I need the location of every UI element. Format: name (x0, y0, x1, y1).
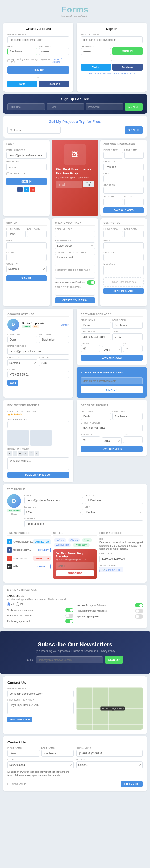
try-button[interactable]: SIGN UP (125, 126, 143, 134)
task-name-input[interactable] (55, 230, 95, 238)
ship-country-input[interactable] (103, 163, 144, 170)
g-icon[interactable]: g (30, 187, 35, 192)
toggle-2[interactable] (66, 614, 73, 618)
contact-send-btn[interactable]: SEND MESSAGE (103, 288, 144, 294)
signup2-phone-input[interactable] (6, 254, 47, 261)
upload-zone[interactable]: Upload User Image here (103, 278, 144, 286)
digest-all-radio[interactable] (7, 602, 10, 606)
tw-icon[interactable]: t (24, 187, 29, 192)
newsletter-email-input[interactable] (56, 181, 82, 188)
subscribe-email-input[interactable] (81, 377, 143, 384)
signup2-first-input[interactable] (6, 230, 26, 238)
ship-last-input[interactable] (124, 152, 144, 159)
signup2-last-input[interactable] (27, 230, 46, 238)
task-instructions-input[interactable] (55, 272, 95, 279)
italic-btn[interactable]: I (13, 451, 17, 456)
facebook-signup-button[interactable]: Facebook (39, 81, 69, 88)
contact-subject-input[interactable] (103, 254, 144, 261)
toggle-4[interactable] (135, 603, 143, 608)
state-input[interactable] (7, 421, 69, 428)
profile-loc2-select[interactable]: Portland (84, 508, 143, 516)
card-year-select[interactable]: 2018 (102, 346, 121, 353)
toggle-6[interactable] (135, 614, 143, 619)
ship-phone-input[interactable] (124, 198, 144, 206)
profile-website-input[interactable] (24, 520, 143, 527)
align-left-btn[interactable]: ≡ (23, 451, 28, 456)
bold-btn[interactable]: B (7, 451, 12, 456)
newsletter-submit-btn[interactable]: SIGN UP (83, 181, 94, 187)
signup-name-input[interactable] (7, 103, 45, 110)
c2-design-select[interactable]: Select... (76, 762, 143, 768)
digest-off-radio[interactable] (16, 602, 19, 606)
signup-password-input[interactable] (85, 103, 123, 110)
star-rating[interactable]: ★★★★☆ (7, 413, 69, 416)
c2-first-input[interactable] (7, 750, 40, 757)
ord-year-select[interactable]: 2018 (102, 437, 121, 444)
twitter-signin-button[interactable]: Twitter (81, 64, 111, 70)
terms-link[interactable]: Terms of Service (52, 58, 69, 63)
card-cvv-input[interactable] (123, 345, 143, 352)
acct-addr-input[interactable] (39, 360, 69, 366)
nl-dark-btn[interactable]: SIGN UP (105, 656, 123, 664)
publish-btn[interactable]: PUBLISH A PRODUCT (7, 472, 69, 478)
try-input[interactable] (7, 127, 60, 133)
ord-order-input[interactable] (81, 425, 143, 432)
nl-dark-email-input[interactable] (36, 656, 103, 663)
mini-nl-btn[interactable]: SUBSCRIBE (56, 570, 94, 576)
contact-send-btn2[interactable]: SEND MESSAGE (7, 717, 32, 722)
card-last-input[interactable] (112, 322, 143, 329)
profile-loc1-select[interactable]: USA (24, 508, 83, 516)
login-button[interactable]: SIGN IN (6, 178, 47, 185)
profile-email-input[interactable] (24, 497, 83, 504)
review-textarea[interactable] (7, 458, 69, 470)
c2-from-select[interactable]: New Zealand (7, 762, 74, 768)
name-input[interactable] (7, 48, 38, 55)
contact-email-input2[interactable] (7, 690, 74, 697)
card-number-input[interactable] (81, 333, 111, 340)
signin-pass-input[interactable] (81, 48, 111, 55)
mini-nl-input[interactable] (56, 562, 94, 569)
c2-last-input[interactable] (42, 750, 74, 757)
create-task-btn[interactable]: CREATE YOUR TASK (55, 298, 95, 303)
task-assign-select[interactable]: Select person (55, 242, 95, 249)
signup-email-input[interactable] (47, 103, 84, 110)
twitter-connect-btn[interactable]: CONNECTED (33, 539, 51, 544)
signup-link[interactable]: Don't have an account? SIGN UP FOR FREE (81, 72, 143, 75)
contact-message-textarea2[interactable] (7, 702, 74, 714)
c2-send-btn[interactable]: SEND MY FILE (121, 781, 143, 787)
card-type-input[interactable] (112, 333, 143, 340)
signup2-btn[interactable]: SIGN UP (6, 275, 47, 281)
agree-checkbox[interactable] (7, 59, 10, 62)
acct-save-btn[interactable]: SAVE (7, 380, 18, 385)
align-right-btn[interactable]: ≡ (34, 451, 39, 456)
card-first-input[interactable] (81, 322, 111, 329)
remember-checkbox[interactable] (6, 172, 9, 175)
signin-email-input[interactable] (81, 36, 143, 43)
contact-message-textarea[interactable] (103, 266, 144, 275)
google-connect-btn[interactable]: CONNECTED (33, 556, 51, 561)
toggle-5[interactable] (135, 609, 143, 613)
ship-first-input[interactable] (103, 152, 123, 159)
ord-last-input[interactable] (112, 413, 143, 420)
password-input[interactable] (39, 48, 69, 55)
task-desc-textarea[interactable] (55, 254, 95, 266)
task-priority-input[interactable] (55, 289, 95, 296)
email-input[interactable] (7, 36, 69, 43)
acct-first-input[interactable] (7, 336, 38, 343)
toggle-3[interactable] (66, 619, 73, 623)
card-exp-month-input[interactable] (81, 345, 100, 352)
acct-phone-input[interactable] (7, 371, 69, 378)
acct-last-input[interactable] (39, 336, 69, 343)
fb-connect-btn[interactable]: CONNECT (35, 548, 51, 552)
toggle-1[interactable] (66, 608, 73, 612)
fb-icon[interactable]: f (17, 187, 23, 192)
gh-connect-btn[interactable]: CONNECT (35, 564, 51, 569)
file-upload-btn[interactable]: 📎 Send My File (99, 567, 123, 572)
c2-goal-input[interactable] (76, 750, 143, 757)
contact-anchor[interactable]: Contact (61, 323, 69, 326)
ord-save-btn[interactable]: SAVE CHANGES (81, 446, 143, 452)
acct-email-input[interactable] (7, 348, 69, 354)
ship-addr-input[interactable] (103, 187, 144, 194)
contact-first-input[interactable] (103, 230, 123, 238)
signin-button[interactable]: SIGN IN (112, 48, 143, 55)
